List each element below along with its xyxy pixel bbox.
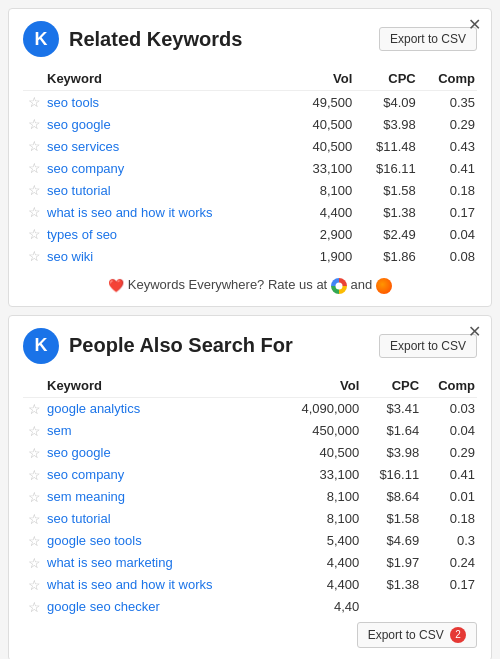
keyword-link[interactable]: seo tutorial — [47, 511, 111, 526]
cpc-cell: $1.86 — [354, 245, 417, 267]
keyword-cell: google analytics — [45, 397, 277, 420]
people-also-search-export-button[interactable]: Export to CSV — [379, 334, 477, 358]
star-toggle[interactable]: ☆ — [23, 530, 45, 552]
keyword-link[interactable]: what is seo and how it works — [47, 577, 212, 592]
vol-cell: 5,400 — [277, 530, 362, 552]
cpc-cell: $2.49 — [354, 223, 417, 245]
star-toggle[interactable]: ☆ — [23, 442, 45, 464]
people-search-row: ☆ seo company 33,100 $16.11 0.41 — [23, 464, 477, 486]
star-toggle[interactable]: ☆ — [23, 179, 45, 201]
keyword-cell: what is seo and how it works — [45, 574, 277, 596]
keyword-link[interactable]: google seo checker — [47, 599, 160, 614]
col-cpc-header: CPC — [354, 67, 417, 91]
keyword-link[interactable]: types of seo — [47, 227, 117, 242]
vol-cell: 4,400 — [291, 201, 354, 223]
rate-text-between: and — [350, 277, 372, 292]
keyword-cell: sem — [45, 420, 277, 442]
star-toggle[interactable]: ☆ — [23, 223, 45, 245]
keyword-link[interactable]: seo services — [47, 139, 119, 154]
keyword-link[interactable]: google analytics — [47, 401, 140, 416]
people-search-row: ☆ sem meaning 8,100 $8.64 0.01 — [23, 486, 477, 508]
cpc-cell: $1.38 — [361, 574, 421, 596]
related-keywords-export-button[interactable]: Export to CSV — [379, 27, 477, 51]
cpc-cell — [361, 596, 421, 618]
star-toggle[interactable]: ☆ — [23, 574, 45, 596]
related-keyword-row: ☆ seo company 33,100 $16.11 0.41 — [23, 157, 477, 179]
related-keywords-table: Keyword Vol CPC Comp ☆ seo tools 49,500 … — [23, 67, 477, 267]
star-toggle[interactable]: ☆ — [23, 397, 45, 420]
keyword-link[interactable]: seo tools — [47, 95, 99, 110]
people-search-row: ☆ google seo tools 5,400 $4.69 0.3 — [23, 530, 477, 552]
comp-cell: 0.08 — [418, 245, 477, 267]
star-toggle[interactable]: ☆ — [23, 464, 45, 486]
people-search-row: ☆ seo google 40,500 $3.98 0.29 — [23, 442, 477, 464]
comp-cell: 0.18 — [421, 508, 477, 530]
col-cpc-header2: CPC — [361, 374, 421, 398]
related-keyword-row: ☆ seo google 40,500 $3.98 0.29 — [23, 113, 477, 135]
keyword-link[interactable]: seo google — [47, 117, 111, 132]
people-also-search-header: K People Also Search For Export to CSV — [23, 328, 477, 364]
export-bottom-button[interactable]: Export to CSV 2 — [357, 622, 477, 648]
star-toggle[interactable]: ☆ — [23, 420, 45, 442]
star-toggle[interactable]: ☆ — [23, 508, 45, 530]
firefox-icon — [376, 278, 392, 294]
related-keywords-title-group: K Related Keywords — [23, 21, 242, 57]
related-keywords-logo: K — [23, 21, 59, 57]
cpc-cell: $11.48 — [354, 135, 417, 157]
keyword-link[interactable]: google seo tools — [47, 533, 142, 548]
star-toggle[interactable]: ☆ — [23, 135, 45, 157]
col-comp-header2: Comp — [421, 374, 477, 398]
people-search-row: ☆ sem 450,000 $1.64 0.04 — [23, 420, 477, 442]
keyword-link[interactable]: seo tutorial — [47, 183, 111, 198]
star-toggle[interactable]: ☆ — [23, 245, 45, 267]
keyword-link[interactable]: sem — [47, 423, 72, 438]
keyword-cell: seo google — [45, 442, 277, 464]
related-keywords-header: K Related Keywords Export to CSV — [23, 21, 477, 57]
star-toggle[interactable]: ☆ — [23, 91, 45, 114]
close-related-button[interactable]: ✕ — [468, 17, 481, 33]
close-people-button[interactable]: ✕ — [468, 324, 481, 340]
keyword-link[interactable]: sem meaning — [47, 489, 125, 504]
people-also-search-title: People Also Search For — [69, 334, 293, 357]
star-toggle[interactable]: ☆ — [23, 596, 45, 618]
star-toggle[interactable]: ☆ — [23, 201, 45, 223]
keyword-link[interactable]: seo wiki — [47, 249, 93, 264]
keyword-cell: seo tutorial — [45, 508, 277, 530]
related-keyword-row: ☆ what is seo and how it works 4,400 $1.… — [23, 201, 477, 223]
star-toggle[interactable]: ☆ — [23, 552, 45, 574]
keyword-cell: types of seo — [45, 223, 291, 245]
people-also-search-title-group: K People Also Search For — [23, 328, 293, 364]
cpc-cell: $3.98 — [361, 442, 421, 464]
comp-cell: 0.17 — [418, 201, 477, 223]
comp-cell: 0.43 — [418, 135, 477, 157]
people-search-row: ☆ seo tutorial 8,100 $1.58 0.18 — [23, 508, 477, 530]
keyword-link[interactable]: what is seo and how it works — [47, 205, 212, 220]
vol-cell: 40,500 — [277, 442, 362, 464]
related-keyword-row: ☆ seo wiki 1,900 $1.86 0.08 — [23, 245, 477, 267]
vol-cell: 4,40 — [277, 596, 362, 618]
vol-cell: 1,900 — [291, 245, 354, 267]
cpc-cell: $3.98 — [354, 113, 417, 135]
cpc-cell: $1.38 — [354, 201, 417, 223]
cpc-cell: $4.69 — [361, 530, 421, 552]
vol-cell: 49,500 — [291, 91, 354, 114]
cpc-cell: $1.58 — [354, 179, 417, 201]
cpc-cell: $4.09 — [354, 91, 417, 114]
star-toggle[interactable]: ☆ — [23, 157, 45, 179]
star-toggle[interactable]: ☆ — [23, 486, 45, 508]
col-keyword-header2: Keyword — [45, 374, 277, 398]
keyword-link[interactable]: seo company — [47, 467, 124, 482]
keyword-link[interactable]: seo company — [47, 161, 124, 176]
star-toggle[interactable]: ☆ — [23, 113, 45, 135]
keyword-link[interactable]: what is seo marketing — [47, 555, 173, 570]
comp-cell — [421, 596, 477, 618]
col-keyword-header: Keyword — [45, 67, 291, 91]
comp-cell: 0.18 — [418, 179, 477, 201]
cpc-cell: $16.11 — [354, 157, 417, 179]
people-also-search-logo: K — [23, 328, 59, 364]
keyword-cell: seo company — [45, 464, 277, 486]
related-keyword-row: ☆ types of seo 2,900 $2.49 0.04 — [23, 223, 477, 245]
rate-banner: ❤️ Keywords Everywhere? Rate us at and — [23, 277, 477, 294]
keyword-link[interactable]: seo google — [47, 445, 111, 460]
people-also-search-table: Keyword Vol CPC Comp ☆ google analytics … — [23, 374, 477, 618]
